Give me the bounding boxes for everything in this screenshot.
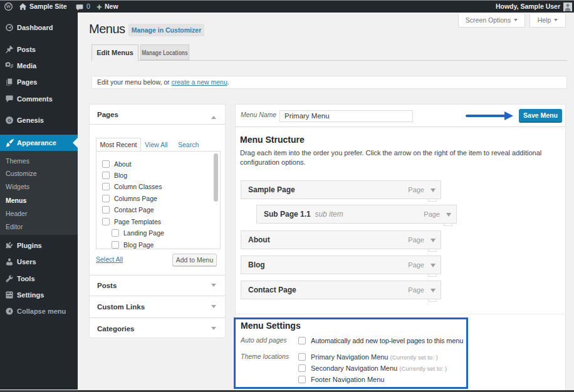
svg-text:G: G (8, 118, 11, 123)
svg-text:W: W (6, 3, 11, 9)
